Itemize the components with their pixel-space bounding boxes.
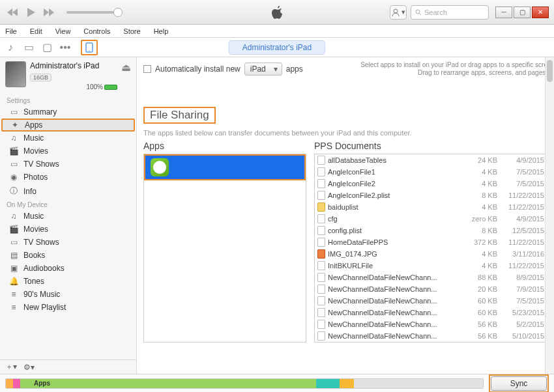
- eject-icon[interactable]: ⏏: [121, 61, 131, 74]
- document-size: 8 KB: [465, 191, 497, 199]
- sidebar-item-tvshows[interactable]: ▭TV Shows: [0, 158, 136, 171]
- music-tab-icon[interactable]: ♪: [5, 42, 16, 53]
- document-date: 11/22/2015: [503, 191, 544, 199]
- bottom-bar: Apps Sync: [0, 374, 554, 392]
- document-name: baiduplist: [328, 203, 462, 211]
- sidebar-item-dev-books[interactable]: ▤Books: [0, 249, 136, 262]
- menu-edit[interactable]: Edit: [27, 26, 45, 36]
- play-button[interactable]: [23, 5, 38, 20]
- sidebar-item-info[interactable]: ⓘInfo: [0, 184, 136, 199]
- document-size: 4 KB: [465, 168, 497, 176]
- menubar: File Edit View Controls Store Help: [0, 25, 554, 38]
- document-name: NewChannelDataFileNewChann...: [328, 332, 462, 340]
- movies-tab-icon[interactable]: ▭: [23, 42, 34, 53]
- device-pill[interactable]: Administrator's iPad: [229, 40, 325, 55]
- document-date: 5/23/2015: [503, 309, 544, 316]
- document-size: 88 KB: [465, 273, 497, 281]
- minimize-button[interactable]: ─: [495, 7, 512, 18]
- document-row[interactable]: NewChannelDataFileNewChann...60 KB5/23/2…: [315, 307, 547, 318]
- document-row[interactable]: AngleIconFile14 KB7/5/2015: [315, 166, 547, 178]
- auto-install-checkbox[interactable]: [143, 65, 151, 73]
- document-size: 4 KB: [465, 203, 497, 211]
- document-row[interactable]: NewChannelDataFileNewChann...60 KB7/5/20…: [315, 295, 547, 307]
- sidebar-item-dev-90s[interactable]: ≡90's Music: [0, 288, 136, 301]
- document-row[interactable]: allDatabaseTables24 KB4/9/2015: [315, 154, 547, 166]
- document-name: AngleIconFile2: [328, 180, 462, 188]
- sync-button[interactable]: Sync: [491, 376, 547, 391]
- auto-install-select[interactable]: iPad▾: [244, 63, 282, 76]
- volume-slider[interactable]: [66, 11, 119, 14]
- menu-view[interactable]: View: [53, 26, 74, 36]
- documents-list[interactable]: allDatabaseTables24 KB4/9/2015AngleIconF…: [314, 154, 547, 343]
- document-row[interactable]: NewChannelDataFileNewChann...88 KB8/9/20…: [315, 272, 547, 283]
- document-date: 4/9/2015: [503, 215, 544, 223]
- document-row[interactable]: NewChannelDataFileNewChann...56 KB5/2/20…: [315, 318, 547, 330]
- sidebar-item-dev-tvshows[interactable]: ▭TV Shows: [0, 236, 136, 249]
- app-icon: [151, 158, 169, 176]
- capacity-label: Apps: [34, 380, 50, 387]
- document-date: 11/22/2015: [503, 238, 544, 246]
- sidebar: Administrator's iPad 16GB 100% ⏏ Setting…: [0, 57, 137, 374]
- sidebar-item-movies[interactable]: 🎬Movies: [0, 145, 136, 158]
- more-tab-icon[interactable]: •••: [60, 42, 70, 53]
- menu-controls[interactable]: Controls: [81, 26, 113, 36]
- maximize-button[interactable]: ▢: [514, 7, 531, 18]
- audiobooks-icon: ▣: [9, 264, 18, 273]
- document-row[interactable]: AngleIconFile2.plist8 KB11/22/2015: [315, 189, 547, 201]
- tv-tab-icon[interactable]: ▢: [42, 42, 52, 53]
- sidebar-item-dev-music[interactable]: ♫Music: [0, 210, 136, 223]
- menu-help[interactable]: Help: [151, 26, 171, 36]
- settings-gear-icon[interactable]: ⚙▾: [23, 363, 35, 372]
- sidebar-item-photos[interactable]: ◉Photos: [0, 171, 136, 184]
- document-row[interactable]: HomeDataFilePPS372 KB11/22/2015: [315, 236, 547, 248]
- profile-button[interactable]: ▾: [390, 5, 407, 20]
- sidebar-item-music[interactable]: ♫Music: [0, 132, 136, 145]
- file-icon: [317, 238, 325, 247]
- document-date: 11/22/2015: [503, 262, 544, 270]
- content: Automatically install new iPad▾ apps Sel…: [137, 57, 554, 374]
- next-button[interactable]: [42, 5, 56, 20]
- document-name: AngleIconFile1: [328, 168, 462, 176]
- auto-install-label-pre: Automatically install new: [155, 64, 241, 74]
- file-icon: [317, 308, 325, 317]
- music-icon: ♫: [9, 133, 18, 143]
- document-name: cfg: [328, 215, 462, 223]
- sidebar-item-dev-newplaylist[interactable]: ≡New Playlist: [0, 301, 136, 314]
- document-date: 7/5/2015: [503, 180, 544, 188]
- file-icon: [317, 331, 325, 341]
- sidebar-item-dev-audiobooks[interactable]: ▣Audiobooks: [0, 262, 136, 275]
- document-name: allDatabaseTables: [328, 156, 462, 164]
- previous-button[interactable]: [5, 5, 20, 20]
- document-row[interactable]: config.plist8 KB12/5/2015: [315, 225, 547, 236]
- device-button[interactable]: [81, 40, 98, 55]
- content-scrollbar[interactable]: [545, 57, 554, 374]
- document-row[interactable]: baiduplist4 KB11/22/2015: [315, 201, 547, 213]
- capacity-segment: [316, 379, 340, 388]
- document-name: NewChannelDataFileNewChann...: [328, 309, 462, 316]
- add-button[interactable]: ＋▾: [5, 361, 17, 372]
- main: Administrator's iPad 16GB 100% ⏏ Setting…: [0, 57, 554, 374]
- document-size: 8 KB: [465, 227, 497, 234]
- document-name: NewChannelDataFileNewChann...: [328, 297, 462, 305]
- apps-list[interactable]: [143, 154, 306, 343]
- search-input[interactable]: Search: [411, 5, 489, 20]
- document-row[interactable]: NewChannelDataFileNewChann...56 KB5/10/2…: [315, 330, 547, 342]
- close-button[interactable]: ✕: [532, 7, 549, 18]
- document-row[interactable]: IMG_0174.JPG4 KB3/11/2016: [315, 248, 547, 260]
- apple-logo-icon: [271, 6, 283, 19]
- menu-file[interactable]: File: [3, 26, 20, 36]
- document-row[interactable]: InitBKURLFile4 KB11/22/2015: [315, 260, 547, 272]
- sidebar-item-apps[interactable]: ✦Apps: [1, 119, 135, 132]
- document-row[interactable]: NewChannelDataFileNewChann...20 KB7/9/20…: [315, 283, 547, 295]
- svg-line-2: [420, 13, 422, 15]
- device-storage: 16GB: [30, 74, 51, 81]
- sidebar-item-dev-movies[interactable]: 🎬Movies: [0, 223, 136, 236]
- sidebar-item-dev-tones[interactable]: 🔔Tones: [0, 275, 136, 288]
- document-row[interactable]: AngleIconFile24 KB7/5/2015: [315, 178, 547, 189]
- capacity-segment: [13, 379, 20, 388]
- document-size: 24 KB: [465, 156, 497, 164]
- menu-store[interactable]: Store: [121, 26, 143, 36]
- document-row[interactable]: cfgzero KB4/9/2015: [315, 213, 547, 225]
- sidebar-item-summary[interactable]: ▭Summary: [0, 105, 136, 119]
- app-row[interactable]: [144, 154, 306, 180]
